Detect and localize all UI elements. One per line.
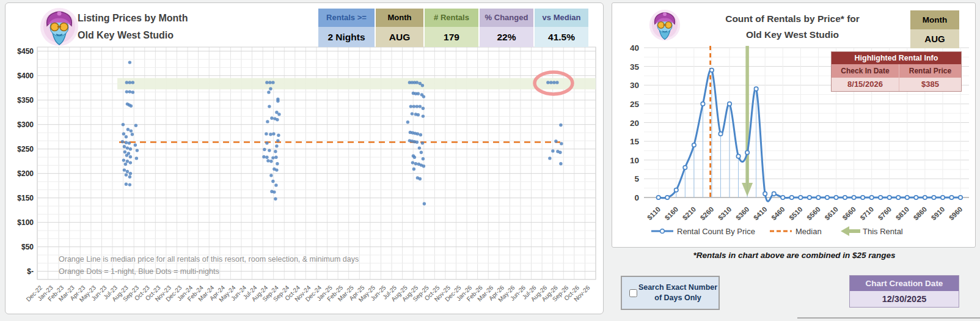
- stat-label: # Rentals: [425, 9, 478, 27]
- scatter-point: [266, 159, 269, 162]
- scatter-point: [422, 95, 425, 98]
- scatter-point: [275, 144, 278, 147]
- scatter-point: [128, 183, 131, 186]
- rental-price-value: $385: [899, 78, 961, 91]
- scatter-point: [126, 170, 129, 173]
- scatter-point: [131, 90, 134, 94]
- scatter-point: [421, 141, 424, 144]
- scatter-point: [412, 168, 415, 171]
- scatter-point: [121, 140, 124, 143]
- scatter-point: [123, 168, 126, 171]
- scatter-point: [546, 81, 549, 84]
- scatter-point: [131, 81, 134, 84]
- legend-marker-glyph: [660, 229, 665, 234]
- y-tick-label: $100: [17, 218, 34, 227]
- search-exact-days-box[interactable]: Search Exact Number of Days Only: [621, 276, 720, 310]
- line-marker: [852, 196, 855, 199]
- scatter-point: [276, 100, 279, 103]
- scatter-point: [265, 81, 268, 84]
- scatter-point: [129, 161, 132, 164]
- listing-prices-panel: $450$400$350$300$250$200$150$100$50$-Dec…: [5, 2, 604, 314]
- y-axis-labels: $450$400$350$300$250$200$150$100$50$-: [17, 47, 34, 276]
- scatter-point: [419, 105, 422, 108]
- line-marker: [869, 196, 873, 199]
- scatter-point: [277, 113, 280, 116]
- scatter-point: [419, 177, 422, 180]
- month-box: Month AUG: [910, 10, 959, 48]
- scatter-point: [416, 132, 419, 135]
- price-scatter-chart: $450$400$350$300$250$200$150$100$50$-Dec…: [5, 3, 602, 313]
- scatter-point: [271, 81, 274, 84]
- scatter-point: [263, 148, 266, 151]
- scatter-point: [268, 105, 271, 108]
- scatter-point: [125, 173, 128, 176]
- month-selector-value[interactable]: AUG: [376, 27, 423, 47]
- line-marker: [834, 196, 838, 199]
- scatter-point: [551, 149, 554, 152]
- scatter-point: [130, 129, 133, 132]
- x-tick-label: $510: [788, 205, 804, 222]
- line-marker: [816, 196, 820, 199]
- scatter-point: [126, 146, 129, 149]
- scatter-point: [423, 202, 426, 205]
- genie-avatar-icon: [39, 7, 79, 46]
- chart-creation-date-box: Chart Creation Date 12/30/2025: [849, 275, 959, 308]
- scatter-point: [134, 124, 137, 127]
- month-selector-value[interactable]: AUG: [910, 29, 959, 48]
- bin-range-footnote: *Rentals in chart above are combined in …: [635, 251, 953, 260]
- check-in-date-header: Check In Date: [832, 64, 899, 78]
- scatter-point: [272, 132, 275, 135]
- line-marker: [923, 196, 927, 199]
- x-tick-label: $310: [717, 205, 733, 222]
- scatter-point: [125, 135, 128, 138]
- exact-days-checkbox[interactable]: [629, 289, 637, 297]
- line-marker: [683, 166, 687, 169]
- line-marker: [781, 196, 784, 199]
- min-nights-value[interactable]: 2 Nights: [318, 27, 375, 47]
- scatter-point: [552, 81, 555, 84]
- scatter-point: [268, 81, 271, 84]
- scatter-point: [128, 90, 131, 93]
- scatter-point: [274, 183, 277, 186]
- scatter-point: [422, 114, 425, 117]
- stat-label: Rentals >=: [318, 9, 375, 27]
- scatter-point: [415, 141, 419, 144]
- scatter-point: [409, 105, 412, 108]
- line-marker: [959, 196, 962, 199]
- scatter-point: [123, 145, 126, 148]
- scatter-point: [411, 161, 414, 164]
- legend-label: Rental Count By Price: [677, 227, 755, 236]
- chart-annotation-line2: Orange Dots = 1-night, Blue Dots = multi…: [59, 267, 219, 276]
- scatter-point: [128, 175, 131, 179]
- line-marker: [772, 192, 776, 196]
- x-axis-labels: $110$160$210$260$310$360$410$460$510$560…: [646, 205, 964, 222]
- scatter-point: [413, 156, 416, 159]
- rental-price-header: Rental Price: [899, 64, 961, 78]
- scatter-point: [129, 147, 132, 150]
- scatter-point: [418, 146, 421, 149]
- scatter-point: [415, 105, 419, 108]
- line-marker: [843, 196, 847, 199]
- y-tick-label: 30: [630, 81, 639, 90]
- y-tick-label: $450: [17, 47, 34, 56]
- x-tick-label: $610: [823, 205, 839, 222]
- scatter-point: [417, 92, 420, 95]
- scatter-point: [276, 162, 279, 165]
- line-marker: [745, 150, 749, 154]
- line-marker: [728, 102, 731, 106]
- scatter-point: [269, 160, 272, 163]
- x-tick-label: $710: [858, 205, 875, 222]
- line-marker: [905, 196, 909, 199]
- x-tick-label: $910: [930, 205, 946, 222]
- scatter-point: [128, 61, 131, 64]
- scatter-point: [417, 113, 420, 116]
- vs-median-value: 41.5%: [535, 27, 588, 47]
- line-marker: [675, 188, 678, 192]
- line-marker: [949, 196, 953, 199]
- line-marker: [879, 196, 882, 199]
- y-tick-label: 10: [630, 156, 639, 165]
- scatter-point: [129, 172, 132, 175]
- marker-drop-lines: [676, 70, 774, 197]
- line-marker: [888, 196, 891, 199]
- scatter-point: [265, 141, 268, 144]
